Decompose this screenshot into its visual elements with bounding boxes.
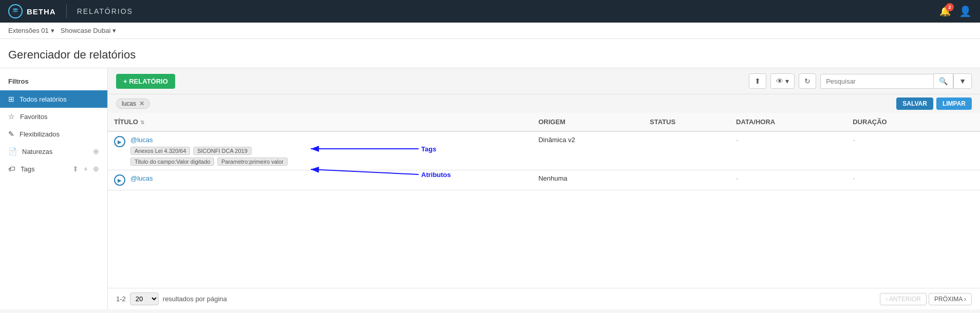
attr-chip-2: Parametro:primeiro valor	[217, 158, 288, 166]
col-duracao-label: DURAÇÃO	[853, 118, 887, 126]
sidebar-item-flexible[interactable]: ✎ Flexibilizados	[0, 125, 107, 143]
tags-upload-icon[interactable]: ⬆	[72, 165, 79, 173]
prev-page-button[interactable]: ‹ ANTERIOR	[880, 293, 927, 305]
breadcrumb-showcase[interactable]: Showcase Dubai ▾	[61, 27, 117, 34]
main-layout: Filtros ⊞ Todos relatórios ☆ Favoritos ✎…	[0, 68, 980, 309]
filter-tag-label: lucas	[122, 100, 136, 107]
row1-duracao: -	[846, 131, 952, 170]
row2-play-button[interactable]: ▶	[114, 174, 125, 186]
col-datahora-label: DATA/HORA	[736, 118, 775, 126]
sidebar-item-favorites-label: Favoritos	[20, 113, 99, 121]
sidebar-item-all[interactable]: ⊞ Todos relatórios	[0, 90, 107, 108]
naturezas-add-icon[interactable]: ⊕	[93, 147, 99, 155]
top-nav: BETHA RELATÓRIOS 🔔 2 👤	[0, 0, 980, 23]
add-report-button[interactable]: + RELATÓRIO	[116, 74, 175, 89]
row2-content: @lucas	[130, 174, 526, 182]
page-range: 1-2	[116, 295, 126, 303]
row1-attr-chips: Titulo do campo:Valor digitado Parametro…	[130, 156, 526, 166]
row2-duracao-val: -	[853, 174, 855, 182]
upload-icon: ⬆	[755, 77, 761, 85]
tags-add-icon[interactable]: +	[84, 165, 88, 173]
breadcrumb-extensoes[interactable]: Extensões 01 ▾	[8, 27, 54, 34]
row1-datahora-val: -	[736, 136, 738, 144]
row2-title-cell: ▶ @lucas	[108, 170, 532, 190]
row2-actions-cell	[952, 170, 981, 190]
favorites-icon: ☆	[8, 112, 15, 121]
refresh-button[interactable]: ↻	[799, 73, 816, 89]
view-chevron-icon: ▾	[785, 77, 789, 85]
save-filter-button[interactable]: SALVAR	[896, 97, 933, 110]
per-page-select[interactable]: 20 10 50 100	[130, 292, 159, 305]
table-wrapper: TÍTULO ⇅ ORIGEM STATUS DATA/HORA	[108, 113, 980, 288]
sort-icon[interactable]: ⇅	[140, 120, 144, 125]
reports-table: TÍTULO ⇅ ORIGEM STATUS DATA/HORA	[108, 113, 980, 190]
row2-title-wrap: ▶ @lucas	[114, 174, 526, 186]
filter-tag-lucas: lucas ✕	[116, 99, 150, 109]
chevron-down-icon: ▾	[51, 27, 54, 34]
next-page-button[interactable]: PRÓXIMA ›	[929, 293, 972, 305]
sidebar-header: Filtros	[0, 74, 107, 90]
notification-button[interactable]: 🔔 2	[939, 6, 951, 17]
upload-button[interactable]: ⬆	[749, 73, 766, 89]
row1-status	[644, 131, 730, 170]
nav-left: BETHA RELATÓRIOS	[8, 4, 133, 18]
sidebar-item-tags-label: Tags	[21, 165, 67, 173]
row1-datahora: -	[730, 131, 846, 170]
row1-content: @lucas Anexos Lei 4.320/64 SICONFI DCA 2…	[130, 136, 526, 166]
page-header: Gerenciador de relatórios	[0, 39, 980, 68]
col-status: STATUS	[644, 113, 730, 131]
search-button[interactable]: 🔍	[933, 73, 953, 89]
page-title: Gerenciador de relatórios	[8, 48, 972, 62]
col-actions	[952, 113, 981, 131]
breadcrumb-extensoes-label: Extensões 01	[8, 27, 49, 34]
search-icon: 🔍	[939, 77, 948, 85]
col-titulo: TÍTULO ⇅	[108, 113, 532, 131]
row2-origem: Nenhuma	[532, 170, 644, 190]
chevron-down-icon-2: ▾	[112, 27, 116, 34]
view-button[interactable]: 👁 ▾	[770, 73, 795, 89]
eye-icon: 👁	[776, 77, 783, 85]
row2-title-link[interactable]: @lucas	[130, 174, 153, 182]
filter-icon: ▼	[959, 77, 966, 85]
notification-badge: 2	[946, 3, 954, 11]
sidebar-item-all-label: Todos relatórios	[20, 95, 99, 103]
refresh-icon: ↻	[804, 77, 811, 85]
filter-tag-remove[interactable]: ✕	[139, 100, 144, 107]
content-area: + RELATÓRIO ⬆ 👁 ▾ ↻ 🔍 ▼	[108, 68, 980, 309]
row2-status	[644, 170, 730, 190]
col-titulo-label: TÍTULO	[114, 118, 138, 126]
betha-logo-icon	[8, 4, 23, 18]
breadcrumb: Extensões 01 ▾ Showcase Dubai ▾	[0, 23, 980, 39]
row1-title-wrap: ▶ @lucas Anexos Lei 4.320/64 SICONFI DCA…	[114, 136, 526, 166]
table-row: ▶ @lucas Anexos Lei 4.320/64 SICONFI DCA…	[108, 131, 980, 170]
col-datahora: DATA/HORA	[730, 113, 846, 131]
filter-row: lucas ✕ SALVAR LIMPAR	[108, 94, 980, 113]
sidebar-item-naturezas[interactable]: 📄 Naturezas ⊕	[0, 143, 107, 160]
row1-actions-cell	[952, 131, 981, 170]
search-wrap: 🔍 ▼	[820, 73, 972, 89]
clear-filter-button[interactable]: LIMPAR	[936, 97, 972, 110]
naturezas-icon: 📄	[8, 147, 17, 155]
user-avatar-button[interactable]: 👤	[959, 5, 972, 17]
filter-dropdown-button[interactable]: ▼	[953, 73, 972, 89]
table-header-row: TÍTULO ⇅ ORIGEM STATUS DATA/HORA	[108, 113, 980, 131]
row1-play-button[interactable]: ▶	[114, 136, 125, 147]
sidebar-item-naturezas-label: Naturezas	[22, 148, 88, 155]
logo-text: BETHA	[27, 7, 56, 16]
sidebar-item-favorites[interactable]: ☆ Favoritos	[0, 108, 107, 125]
filter-actions: SALVAR LIMPAR	[896, 97, 972, 110]
row1-title-link[interactable]: @lucas	[130, 136, 153, 144]
tags-expand-icon[interactable]: ⊕	[93, 165, 99, 173]
nav-divider	[66, 4, 67, 18]
tag-chip-2: SICONFI DCA 2019	[193, 147, 252, 155]
tags-icon: 🏷	[8, 165, 15, 173]
sidebar-item-tags[interactable]: 🏷 Tags ⬆ + ⊕	[0, 160, 107, 178]
table-row: ▶ @lucas Nenhuma - -	[108, 170, 980, 190]
col-origem: ORIGEM	[532, 113, 644, 131]
attr-chip-1: Titulo do campo:Valor digitado	[130, 158, 214, 166]
search-input[interactable]	[820, 74, 933, 89]
breadcrumb-showcase-label: Showcase Dubai	[61, 27, 111, 34]
col-duracao: DURAÇÃO	[846, 113, 952, 131]
logo-area: BETHA	[8, 4, 56, 18]
col-status-label: STATUS	[650, 118, 675, 126]
